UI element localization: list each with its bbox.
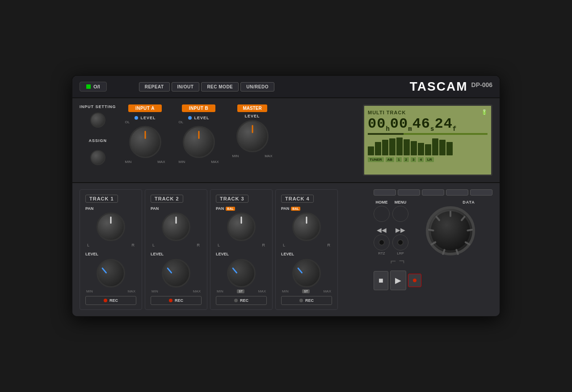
input-a-level-knob[interactable]: [129, 126, 161, 158]
track-1-max: MAX: [128, 289, 135, 293]
track-1-level-knob[interactable]: [97, 259, 125, 288]
play-button[interactable]: ▶: [390, 271, 406, 290]
function-buttons: [374, 189, 492, 196]
meter-bar-2: [382, 140, 388, 155]
home-button[interactable]: [374, 206, 390, 222]
track-1-label: TRACK 1: [85, 195, 118, 203]
input-a-button[interactable]: INPUT A: [128, 104, 162, 112]
ff-jack-icon: [397, 239, 404, 246]
track-2-max: MAX: [193, 289, 201, 293]
assign-knob[interactable]: [90, 150, 105, 165]
time-hours: 00h00m46s24f: [368, 116, 457, 132]
input-b-min: MIN: [179, 160, 185, 164]
func-btn-5[interactable]: [470, 189, 492, 196]
input-b-channel: INPUT B LEVEL OL MIN MAX: [179, 104, 219, 164]
track-1-rec-label: REC: [109, 298, 118, 303]
input-setting-label: INPUT SETTING: [80, 104, 116, 109]
input-b-level-knob[interactable]: [183, 126, 215, 158]
stop-button[interactable]: ■: [374, 271, 388, 290]
track-1-rec-button[interactable]: REC: [85, 296, 136, 305]
track-3-pan-knob[interactable]: [227, 213, 256, 241]
track-3: TRACK 3 PAN BAL L R LEVEL MIN ST MAX REC: [210, 189, 273, 310]
track-4-l-label: L: [283, 243, 285, 247]
small-knobs: ASSIGN: [80, 113, 116, 165]
data-knob[interactable]: [426, 206, 475, 255]
ff-symbol: ▶▶: [395, 226, 405, 234]
master-level-label: LEVEL: [245, 114, 260, 118]
lower-section: TRACK 1 PAN L R LEVEL MIN MAX REC TRACK …: [72, 183, 500, 316]
input-setting-area: INPUT SETTING ASSIGN: [80, 104, 116, 165]
track-2-level-label: LEVEL: [151, 252, 164, 256]
model-name: DP-006: [471, 81, 492, 88]
track-4-pan-knob[interactable]: [292, 213, 321, 241]
track-3-rec-button[interactable]: REC: [216, 296, 267, 305]
ff-button[interactable]: [392, 234, 408, 250]
master-button[interactable]: MASTER: [237, 104, 267, 112]
track-2-pan-knob[interactable]: [162, 213, 190, 241]
transport-controls-left: HOME MENU ◀◀: [374, 200, 421, 290]
tracks-area: TRACK 1 PAN L R LEVEL MIN MAX REC TRACK …: [80, 189, 367, 310]
power-label: Ο/Ι: [93, 84, 100, 89]
top-bar: Ο/Ι REPEAT IN/OUT REC MODE UN/REDO TASCA…: [72, 76, 500, 98]
func-btn-3[interactable]: [422, 189, 444, 196]
display-time: 00h00m46s24f: [368, 117, 488, 132]
tascam-device: Ο/Ι REPEAT IN/OUT REC MODE UN/REDO TASCA…: [72, 75, 500, 317]
input-b-button[interactable]: INPUT B: [182, 104, 216, 112]
unredo-button[interactable]: UN/REDO: [240, 82, 274, 92]
track-2-rec-button[interactable]: REC: [151, 296, 202, 305]
meter-bar-3: [389, 138, 395, 155]
rew-group: ◀◀ RTZ: [374, 226, 390, 255]
track-4-min: MIN: [282, 289, 289, 293]
battery-icon: 🔋: [481, 109, 488, 115]
home-menu-group: HOME MENU: [374, 200, 421, 222]
display-label-lr: LR: [425, 157, 434, 162]
track-4-level-knob[interactable]: [292, 259, 321, 288]
track-4-pan-label: PAN: [281, 206, 289, 211]
recmode-button[interactable]: REC MODE: [201, 82, 239, 92]
meter-bar-8: [425, 144, 431, 155]
track-4-rec-button[interactable]: REC: [281, 296, 332, 305]
track-2-rec-dot: [169, 299, 172, 302]
track-2-lr-row: L R: [151, 243, 202, 247]
func-btn-2[interactable]: [398, 189, 420, 196]
track-1-level-section: LEVEL: [85, 249, 136, 288]
track-4-st-badge: ST: [302, 289, 310, 293]
data-knob-label: DATA: [463, 200, 475, 204]
track-3-pan-row: PAN BAL: [216, 206, 267, 211]
track-3-pan-label: PAN: [216, 206, 224, 211]
input-a-min: MIN: [125, 160, 132, 164]
func-btn-4[interactable]: [446, 189, 468, 196]
track-1-pan-knob[interactable]: [97, 213, 125, 241]
track-1-level-label: LEVEL: [85, 252, 98, 256]
input-b-ol-label: OL: [179, 120, 184, 124]
master-max: MAX: [265, 154, 272, 158]
track-2-level-knob[interactable]: [162, 259, 190, 288]
input-b-minmax: MIN MAX: [179, 160, 219, 164]
master-level-knob[interactable]: [236, 120, 269, 152]
display-label-1: 1: [396, 157, 401, 162]
main-rec-button[interactable]: [408, 274, 421, 287]
track-3-level-knob[interactable]: [227, 259, 256, 288]
meter-bar-11: [446, 142, 453, 155]
track-2-min: MIN: [151, 289, 158, 293]
track-4-pan-row: PAN BAL: [281, 206, 332, 211]
track-4-rec-dot: [299, 299, 303, 302]
display-top-row: MULTI TRACK 🔋: [368, 109, 488, 115]
input-a-channel: INPUT A LEVEL OL MIN MAX: [125, 104, 165, 164]
menu-button[interactable]: [392, 206, 408, 222]
power-button[interactable]: Ο/Ι: [80, 82, 107, 92]
top-buttons-group: REPEAT IN/OUT REC MODE UN/REDO: [139, 82, 274, 92]
track-3-rec-label: REC: [240, 298, 248, 303]
rew-ff-group: ◀◀ RTZ ▶▶ LRP: [374, 226, 421, 255]
rew-button[interactable]: [374, 234, 390, 250]
input-setting-knob-1[interactable]: [90, 113, 105, 128]
repeat-button[interactable]: REPEAT: [139, 82, 170, 92]
track-2-l-label: L: [152, 243, 155, 247]
track-1-min: MIN: [86, 289, 93, 293]
func-btn-1[interactable]: [374, 189, 396, 196]
inout-button[interactable]: IN/OUT: [172, 82, 200, 92]
track-2-pan-label: PAN: [151, 206, 159, 211]
meter-bar-6: [411, 141, 417, 155]
input-a-level-indicator: [135, 116, 138, 120]
rew-jack-icon: [379, 239, 385, 246]
